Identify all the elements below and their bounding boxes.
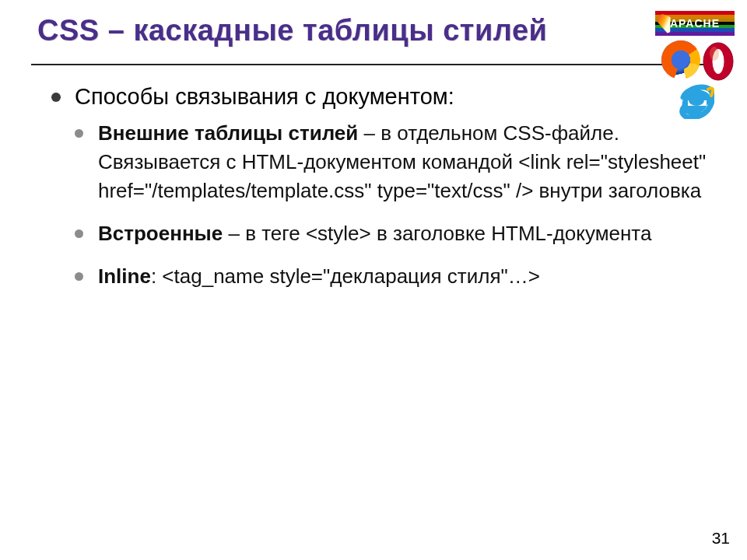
opera-icon [702,38,735,82]
bullet-level2: Встроенные – в теге <style> в заголовке … [75,219,711,248]
slide-title: CSS – каскадные таблицы стилей [37,14,710,48]
apache-logo: APACHE [655,11,735,36]
bullet-level1: Способы связывания с документом: Внешние… [51,82,711,291]
page-number: 31 [712,529,730,548]
apache-logo-text: APACHE [670,17,720,30]
item-bold: Inline [98,264,151,288]
item-bold: Встроенные [98,222,223,245]
intro-text: Способы связывания с документом: [75,84,454,109]
slide-body: Способы связывания с документом: Внешние… [0,65,747,291]
bullet-level2: Внешние таблицы стилей – в отдельном CSS… [75,119,711,205]
bullet-level2: Inline: <tag_name style="декларация стил… [75,262,711,291]
item-rest: – в теге <style> в заголовке HTML-докуме… [223,222,651,245]
item-rest: : <tag_name style="декларация стиля"…> [151,264,540,288]
svg-point-3 [710,47,719,61]
firefox-icon [661,40,700,79]
item-bold: Внешние таблицы стилей [98,121,358,145]
